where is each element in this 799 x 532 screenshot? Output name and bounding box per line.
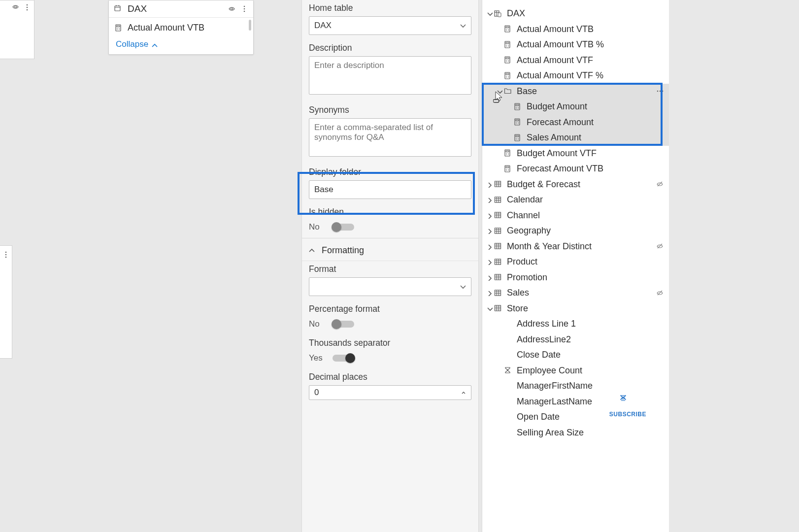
tree-column[interactable]: Selling Area Size <box>482 425 669 441</box>
is-hidden-toggle[interactable] <box>333 224 354 231</box>
tree-label: Employee Count <box>517 366 664 376</box>
measure-icon <box>504 41 514 49</box>
tree-column[interactable]: Close Date <box>482 347 669 363</box>
more-icon[interactable] <box>656 87 664 95</box>
thousands-toggle[interactable] <box>333 355 354 362</box>
percentage-field: Percentage format <box>302 301 478 318</box>
table-icon <box>494 10 504 18</box>
thousands-label: Thousands separator <box>309 338 471 348</box>
thousands-field: Thousands separator <box>302 335 478 352</box>
tree-label: AddressLine2 <box>517 334 664 345</box>
tree-label: Product <box>507 257 664 267</box>
formatting-title: Formatting <box>322 245 364 256</box>
tree-column[interactable]: AddressLine2 <box>482 332 669 348</box>
tree-folder-base[interactable]: Base <box>482 84 669 100</box>
tree-measure[interactable]: Budget Amount <box>482 99 669 115</box>
table-icon <box>494 196 504 204</box>
is-hidden-toggle-row: No <box>302 221 478 238</box>
tree-label: Actual Amount VTB % <box>517 39 664 50</box>
scrollbar-thumb[interactable] <box>249 20 251 31</box>
tree-column[interactable]: Address Line 1 <box>482 316 669 332</box>
chevron-right-icon <box>486 212 493 219</box>
table-icon <box>494 211 504 219</box>
tree-table[interactable]: Sales <box>482 285 669 301</box>
table-icon <box>494 258 504 266</box>
measure-icon <box>504 165 514 173</box>
decimal-input[interactable]: 0 <box>309 385 471 400</box>
visibility-icon[interactable] <box>12 3 19 10</box>
tree-table[interactable]: Promotion <box>482 270 669 286</box>
chevron-up-icon <box>309 247 316 254</box>
description-input[interactable] <box>309 56 471 95</box>
measure-icon <box>514 134 524 142</box>
tree-label: Actual Amount VTF <box>517 55 664 66</box>
tree-column[interactable]: ManagerFirstName <box>482 378 669 394</box>
tree-label: Actual Amount VTB <box>517 24 664 34</box>
tree-label: Calendar <box>507 195 664 205</box>
tree-table[interactable]: Calendar <box>482 192 669 208</box>
tree-label: Promotion <box>507 272 664 283</box>
tree-label: Store <box>507 303 664 314</box>
description-field: Description <box>302 40 478 102</box>
tree-table-store[interactable]: Store <box>482 301 669 317</box>
tree-measure[interactable]: Actual Amount VTB % <box>482 37 669 53</box>
chevron-down-icon <box>459 22 466 29</box>
hidden-icon <box>657 290 664 297</box>
percentage-toggle[interactable] <box>333 321 354 328</box>
more-icon[interactable] <box>240 5 248 13</box>
tree-measure[interactable]: Forecast Amount VTB <box>482 161 669 177</box>
tree-label: Sales <box>507 288 657 298</box>
table-icon <box>494 227 504 235</box>
tree-measure[interactable]: Actual Amount VTF % <box>482 68 669 84</box>
thousands-toggle-row: Yes <box>302 352 478 369</box>
tree-label: DAX <box>507 8 664 19</box>
tree-table[interactable]: Channel <box>482 208 669 224</box>
table-field-row[interactable]: Actual Amount VTB <box>109 18 253 36</box>
format-select[interactable] <box>309 277 471 296</box>
measure-icon <box>504 56 514 64</box>
fields-pane: DAXActual Amount VTBActual Amount VTB %A… <box>482 0 669 532</box>
chevron-down-icon <box>486 305 493 312</box>
more-icon[interactable] <box>23 3 31 11</box>
canvas-table-partial <box>0 0 34 59</box>
chevron-right-icon <box>486 181 493 188</box>
display-folder-label: Display folder <box>309 167 471 177</box>
tree-label: Budget & Forecast <box>507 179 657 190</box>
tree-label: Budget Amount VTF <box>517 148 664 159</box>
field-name: Actual Amount VTB <box>128 23 204 33</box>
tree-table[interactable]: Product <box>482 254 669 270</box>
chevron-down-icon <box>486 10 493 17</box>
tree-measure[interactable]: Budget Amount VTF <box>482 146 669 162</box>
tree-measure[interactable]: Actual Amount VTB <box>482 22 669 37</box>
hidden-icon <box>657 243 664 250</box>
tree-measure[interactable]: Forecast Amount <box>482 115 669 131</box>
synonyms-input[interactable] <box>309 118 471 157</box>
tree-table[interactable]: Geography <box>482 223 669 239</box>
display-folder-input[interactable] <box>309 180 471 199</box>
tree-measure[interactable]: Sales Amount <box>482 130 669 146</box>
tree-measure[interactable]: Actual Amount VTF <box>482 53 669 68</box>
stepper-up-icon <box>461 390 466 395</box>
tree-table[interactable]: Month & Year Distinct <box>482 239 669 255</box>
tree-label: Forecast Amount <box>527 117 664 128</box>
is-hidden-label: Is hidden <box>309 207 471 217</box>
table-icon <box>494 242 504 250</box>
synonyms-label: Synonyms <box>309 105 471 115</box>
tree-table-dax[interactable]: DAX <box>482 6 669 22</box>
tree-table[interactable]: Budget & Forecast <box>482 177 669 193</box>
tree-label: ManagerFirstName <box>517 381 664 391</box>
tree-column[interactable]: Employee Count <box>482 363 669 379</box>
more-icon[interactable] <box>2 251 10 259</box>
decimal-label: Decimal places <box>309 372 471 382</box>
table-card-header: DAX <box>109 0 253 18</box>
tree-label: Base <box>517 86 656 97</box>
home-table-select[interactable]: DAX <box>309 16 471 35</box>
measure-icon <box>504 72 514 80</box>
chevron-right-icon <box>486 228 493 234</box>
tree-label: Month & Year Distinct <box>507 241 657 252</box>
collapse-link[interactable]: Collapse <box>116 39 158 49</box>
visibility-icon[interactable] <box>229 5 236 12</box>
formatting-section-header[interactable]: Formatting <box>302 238 478 261</box>
is-hidden-value: No <box>309 222 326 232</box>
canvas-table-dax[interactable]: DAX Actual Amount VTB Collapse <box>108 0 254 55</box>
